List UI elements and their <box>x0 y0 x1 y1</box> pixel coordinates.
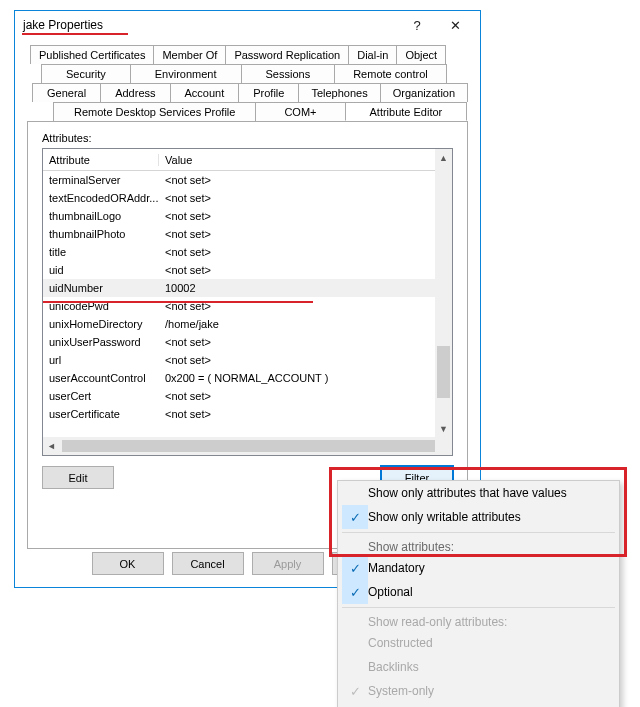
help-icon: ? <box>413 18 420 33</box>
tab-password-replication[interactable]: Password Replication <box>225 45 349 64</box>
scroll-thumb[interactable] <box>62 440 442 452</box>
tab-object[interactable]: Object <box>396 45 446 64</box>
menu-separator <box>342 532 615 533</box>
table-row[interactable]: title<not set> <box>43 243 435 261</box>
menu-label: Show only attributes that have values <box>368 486 567 500</box>
tab-row-1: Published Certificates Member Of Passwor… <box>27 45 468 64</box>
check-icon <box>342 631 368 655</box>
tab-row-2: Security Environment Sessions Remote con… <box>27 64 468 83</box>
tab-profile[interactable]: Profile <box>238 83 299 102</box>
annotation-underline-title <box>22 33 128 35</box>
table-row-selected[interactable]: uidNumber10002 <box>43 279 435 297</box>
menu-label: System-only <box>368 684 434 698</box>
grid-body: terminalServer<not set> textEncodedORAdd… <box>43 171 435 437</box>
close-button[interactable]: ✕ <box>436 15 474 35</box>
scroll-track[interactable] <box>435 166 452 420</box>
ok-button[interactable]: OK <box>92 552 164 575</box>
edit-button[interactable]: Edit <box>42 466 114 489</box>
menu-item-only-values[interactable]: Show only attributes that have values <box>338 481 619 505</box>
table-row[interactable]: thumbnailPhoto<not set> <box>43 225 435 243</box>
check-icon: ✓ <box>342 679 368 703</box>
tab-remote-control[interactable]: Remote control <box>334 64 447 83</box>
check-icon: ✓ <box>342 505 368 529</box>
tab-published-certificates[interactable]: Published Certificates <box>30 45 154 64</box>
table-row[interactable]: userCertificate<not set> <box>43 405 435 423</box>
col-attribute[interactable]: Attribute <box>43 154 159 166</box>
table-row[interactable]: textEncodedORAddr...<not set> <box>43 189 435 207</box>
vertical-scrollbar[interactable]: ▲ ▼ <box>435 149 452 437</box>
tab-general[interactable]: General <box>32 83 101 102</box>
tab-security[interactable]: Security <box>41 64 131 83</box>
table-row[interactable]: uid<not set> <box>43 261 435 279</box>
tab-account[interactable]: Account <box>170 83 240 102</box>
menu-heading-show-attributes: Show attributes: <box>338 536 619 556</box>
tab-sessions[interactable]: Sessions <box>241 64 336 83</box>
tab-organization[interactable]: Organization <box>380 83 468 102</box>
menu-heading-readonly: Show read-only attributes: <box>338 611 619 631</box>
filter-popup: Show only attributes that have values ✓ … <box>337 480 620 707</box>
menu-label: Constructed <box>368 636 433 650</box>
table-row[interactable]: unicodePwd<not set> <box>43 297 435 315</box>
table-row[interactable]: terminalServer<not set> <box>43 171 435 189</box>
grid-header: Attribute Value <box>43 149 452 171</box>
check-icon: ✓ <box>342 556 368 580</box>
tab-environment[interactable]: Environment <box>130 64 242 83</box>
menu-label: Backlinks <box>368 660 419 674</box>
menu-label: Optional <box>368 585 413 599</box>
tab-rds-profile[interactable]: Remote Desktop Services Profile <box>53 102 256 121</box>
tab-telephones[interactable]: Telephones <box>298 83 380 102</box>
menu-item-optional[interactable]: ✓ Optional <box>338 580 619 604</box>
tab-com-plus[interactable]: COM+ <box>255 102 345 121</box>
attributes-label: Attributes: <box>42 132 453 144</box>
menu-label: Show only writable attributes <box>368 510 521 524</box>
menu-item-backlinks[interactable]: Backlinks <box>338 655 619 679</box>
tab-attribute-editor[interactable]: Attribute Editor <box>345 102 468 121</box>
check-icon <box>342 655 368 679</box>
table-row[interactable]: unixHomeDirectory/home/jake <box>43 315 435 333</box>
table-row[interactable]: url<not set> <box>43 351 435 369</box>
table-row[interactable]: unixUserPassword<not set> <box>43 333 435 351</box>
scroll-down-icon[interactable]: ▼ <box>435 420 452 437</box>
menu-separator <box>342 607 615 608</box>
close-icon: ✕ <box>450 18 461 33</box>
table-row[interactable]: userAccountControl0x200 = ( NORMAL_ACCOU… <box>43 369 435 387</box>
tab-row-3: General Address Account Profile Telephon… <box>27 83 468 102</box>
menu-item-mandatory[interactable]: ✓ Mandatory <box>338 556 619 580</box>
scroll-thumb[interactable] <box>437 346 450 398</box>
check-icon: ✓ <box>342 580 368 604</box>
check-icon <box>342 481 368 505</box>
annotation-underline-row <box>43 301 313 303</box>
scroll-left-icon[interactable]: ◄ <box>43 437 60 454</box>
tab-row-4: Remote Desktop Services Profile COM+ Att… <box>27 102 468 121</box>
tab-member-of[interactable]: Member Of <box>153 45 226 64</box>
menu-item-only-writable[interactable]: ✓ Show only writable attributes <box>338 505 619 529</box>
menu-label: Mandatory <box>368 561 425 575</box>
window-title: jake Properties <box>23 18 398 32</box>
menu-item-constructed[interactable]: Constructed <box>338 631 619 655</box>
tab-address[interactable]: Address <box>100 83 170 102</box>
tab-dial-in[interactable]: Dial-in <box>348 45 397 64</box>
scroll-up-icon[interactable]: ▲ <box>435 149 452 166</box>
table-row[interactable]: userCert<not set> <box>43 387 435 405</box>
scroll-track[interactable] <box>60 437 418 455</box>
scroll-corner <box>435 437 452 455</box>
apply-button[interactable]: Apply <box>252 552 324 575</box>
col-value[interactable]: Value <box>159 154 452 166</box>
help-button[interactable]: ? <box>398 15 436 35</box>
menu-item-system-only[interactable]: ✓ System-only <box>338 679 619 703</box>
table-row[interactable]: thumbnailLogo<not set> <box>43 207 435 225</box>
tab-area: Published Certificates Member Of Passwor… <box>27 45 468 549</box>
horizontal-scrollbar[interactable]: ◄ ► <box>43 437 435 455</box>
cancel-button[interactable]: Cancel <box>172 552 244 575</box>
